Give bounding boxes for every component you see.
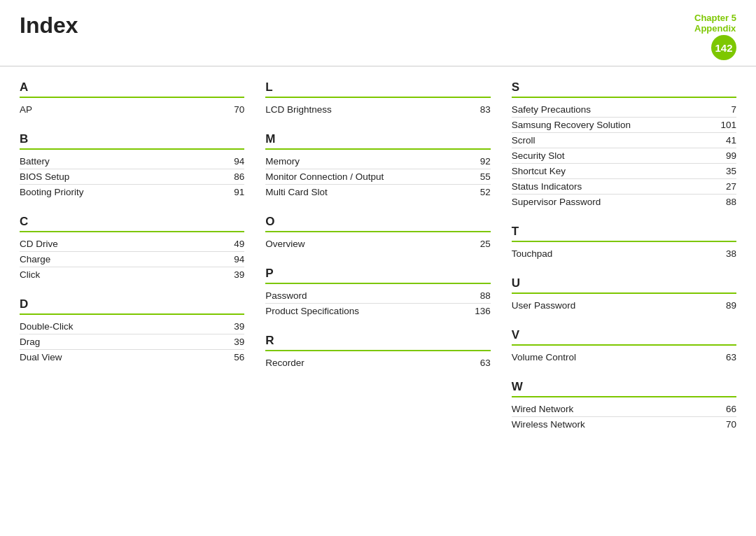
entry-term: Memory — [265, 156, 300, 167]
page-badge: 142 — [711, 35, 736, 60]
entry-page: 25 — [470, 239, 491, 249]
entry-page: 49 — [223, 239, 244, 249]
index-entry: User Password89 — [512, 298, 736, 313]
index-entry: Battery94 — [20, 154, 244, 169]
entry-page: 94 — [223, 254, 244, 265]
entry-term: User Password — [512, 300, 576, 311]
section-b: BBattery94BIOS Setup86Booting Priority91 — [20, 132, 244, 199]
entry-page: 63 — [470, 358, 491, 368]
entry-page: 92 — [470, 156, 491, 167]
section-letter: V — [512, 328, 736, 346]
entry-term: Supervisor Password — [512, 197, 601, 207]
entry-page: 136 — [470, 306, 491, 316]
index-entry: Recorder63 — [265, 355, 490, 370]
index-entry: Status Indicators27 — [512, 179, 736, 195]
entry-page: 35 — [715, 166, 736, 176]
entry-term: Touchpad — [512, 248, 553, 259]
index-entry: Overview25 — [265, 237, 490, 251]
section-letter: U — [512, 276, 736, 294]
entry-term: BIOS Setup — [20, 171, 69, 182]
page-header: Index Chapter 5 Appendix 142 — [0, 0, 756, 66]
entry-page: 94 — [223, 156, 244, 167]
entry-term: AP — [20, 104, 32, 115]
section-letter: S — [512, 80, 736, 98]
chapter-label: Chapter 5 Appendix — [694, 13, 736, 34]
section-letter: O — [265, 215, 490, 232]
entry-page: 55 — [470, 171, 491, 182]
entry-page: 56 — [223, 352, 244, 362]
index-entry: BIOS Setup86 — [20, 169, 244, 185]
index-entry: Safety Precautions7 — [512, 102, 736, 118]
entry-term: Monitor Connection / Output — [265, 171, 384, 182]
section-letter: M — [265, 132, 490, 150]
index-entry: Touchpad38 — [512, 246, 736, 261]
entry-page: 39 — [223, 337, 244, 347]
section-p: PPassword88Product Specifications136 — [265, 267, 490, 318]
entry-page: 38 — [715, 248, 736, 259]
section-letter: W — [512, 380, 736, 397]
index-entry: Samsung Recovery Solution101 — [512, 118, 736, 133]
section-o: OOverview25 — [265, 215, 490, 251]
index-entry: Dual View56 — [20, 350, 244, 365]
section-w: WWired Network66Wireless Network70 — [512, 380, 736, 432]
section-letter: P — [265, 267, 490, 284]
entry-term: Dual View — [20, 352, 62, 362]
entry-term: Samsung Recovery Solution — [512, 120, 631, 130]
page-title: Index — [20, 13, 78, 38]
section-t: TTouchpad38 — [512, 225, 736, 261]
index-entry: Booting Priority91 — [20, 185, 244, 199]
entry-page: 39 — [223, 321, 244, 332]
section-d: DDouble-Click39Drag39Dual View56 — [20, 297, 244, 365]
entry-term: Click — [20, 269, 40, 280]
index-entry: Drag39 — [20, 334, 244, 350]
entry-term: Password — [265, 290, 307, 301]
index-entry: LCD Brightness83 — [265, 102, 490, 117]
index-entry: Monitor Connection / Output55 — [265, 169, 490, 185]
entry-page: 41 — [715, 135, 736, 146]
entry-term: CD Drive — [20, 239, 58, 249]
entry-page: 101 — [715, 120, 736, 130]
index-entry: CD Drive49 — [20, 237, 244, 252]
index-entry: Supervisor Password88 — [512, 195, 736, 209]
entry-page: 52 — [470, 187, 491, 197]
index-entry: Memory92 — [265, 154, 490, 169]
section-letter: R — [265, 334, 490, 351]
index-entry: Charge94 — [20, 252, 244, 267]
index-entry: Wireless Network70 — [512, 417, 736, 432]
entry-term: Safety Precautions — [512, 104, 591, 115]
entry-page: 86 — [223, 171, 244, 182]
section-letter: C — [20, 215, 244, 232]
section-a: AAP70 — [20, 80, 244, 117]
section-v: VVolume Control63 — [512, 328, 736, 365]
entry-page: 70 — [223, 104, 244, 115]
section-c: CCD Drive49Charge94Click39 — [20, 215, 244, 282]
index-entry: Double-Click39 — [20, 319, 244, 334]
entry-term: Security Slot — [512, 150, 565, 161]
section-l: LLCD Brightness83 — [265, 80, 490, 117]
entry-term: Product Specifications — [265, 306, 359, 316]
entry-page: 7 — [715, 104, 736, 115]
entry-term: Charge — [20, 254, 50, 265]
section-letter: B — [20, 132, 244, 150]
index-entry: Scroll41 — [512, 133, 736, 148]
entry-term: Double-Click — [20, 321, 74, 332]
entry-term: Status Indicators — [512, 181, 582, 192]
entry-term: Wired Network — [512, 404, 574, 414]
index-entry: AP70 — [20, 102, 244, 117]
column-3: SSafety Precautions7Samsung Recovery Sol… — [512, 80, 736, 536]
entry-term: Overview — [265, 239, 304, 249]
entry-page: 83 — [470, 104, 491, 115]
index-content: AAP70BBattery94BIOS Setup86Booting Prior… — [0, 66, 756, 536]
entry-term: Scroll — [512, 135, 536, 146]
entry-page: 27 — [715, 181, 736, 192]
entry-page: 88 — [715, 197, 736, 207]
entry-page: 39 — [223, 269, 244, 280]
section-r: RRecorder63 — [265, 334, 490, 370]
section-u: UUser Password89 — [512, 276, 736, 313]
entry-term: Battery — [20, 156, 50, 167]
index-entry: Volume Control63 — [512, 350, 736, 365]
entry-page: 99 — [715, 150, 736, 161]
section-s: SSafety Precautions7Samsung Recovery Sol… — [512, 80, 736, 209]
index-entry: Product Specifications136 — [265, 304, 490, 318]
index-entry: Multi Card Slot52 — [265, 185, 490, 199]
